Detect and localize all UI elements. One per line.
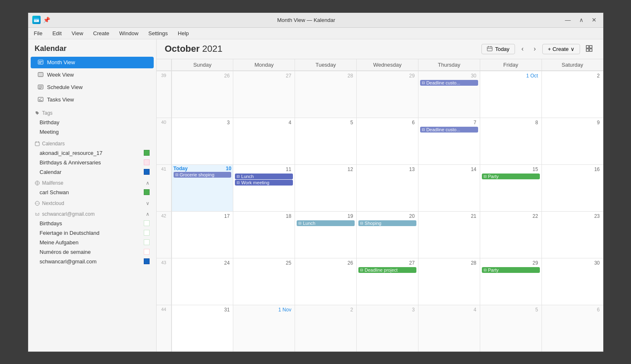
day-cell-oct15[interactable]: 15 ⊟ Party <box>480 165 542 211</box>
sidebar-item-month-view[interactable]: Month View <box>31 57 154 68</box>
day-cell-oct20[interactable]: 20 ⊟ Shoping <box>356 212 418 258</box>
calendar-meine-aufgaben[interactable]: Meine Aufgaben <box>28 238 156 247</box>
day-cell-oct18[interactable]: 18 <box>233 212 295 258</box>
day-cell-sep28[interactable]: 28 <box>295 71 356 118</box>
event-party-oct15[interactable]: ⊟ Party <box>482 174 540 179</box>
create-label: + Create <box>548 46 568 52</box>
menu-window[interactable]: Window <box>118 29 140 37</box>
week-view-icon <box>37 72 44 78</box>
day-cell-sep26[interactable]: 26 <box>172 71 233 118</box>
day-cell-oct16[interactable]: 16 <box>542 165 603 211</box>
menu-file[interactable]: File <box>32 29 44 37</box>
day-cell-sep29[interactable]: 29 <box>356 71 418 118</box>
day-cell-oct5[interactable]: 5 <box>295 118 356 164</box>
menu-create[interactable]: Create <box>92 29 111 37</box>
week-num-41: 41 <box>157 165 172 211</box>
day-cell-oct10[interactable]: Today 10 ⊟ Grocerie shoping <box>172 165 233 211</box>
day-cell-oct13[interactable]: 13 <box>356 165 418 211</box>
event-grocerie[interactable]: ⊟ Grocerie shoping <box>174 172 232 178</box>
calendar-carl-schwan[interactable]: carl Schwan <box>28 188 156 197</box>
day-cell-oct29[interactable]: 29 ⊟ Party <box>480 258 542 305</box>
day-cell-oct21[interactable]: 21 <box>418 212 480 258</box>
event-party-oct29[interactable]: ⊟ Party <box>482 267 540 273</box>
svg-rect-33 <box>586 49 589 51</box>
day-cell-oct22[interactable]: 22 <box>480 212 542 258</box>
day-cell-oct1[interactable]: 1 Oct <box>480 71 542 118</box>
close-button[interactable]: ✕ <box>589 16 599 24</box>
day-cell-oct12[interactable]: 12 <box>295 165 356 211</box>
calendar-schwancarl[interactable]: schwancarl@gmail.com <box>28 257 156 266</box>
day-cell-oct4[interactable]: 4 <box>233 118 295 164</box>
menu-view[interactable]: View <box>70 29 85 37</box>
day-cell-oct7[interactable]: 7 ⊟ Deadline custo... <box>418 118 480 164</box>
day-cell-nov3[interactable]: 3 <box>356 305 418 352</box>
day-cell-oct25[interactable]: 25 <box>233 258 295 305</box>
event-lunch-oct11[interactable]: ⊟ Lunch <box>235 174 293 179</box>
day-cell-sep30[interactable]: 30 ⊟ Deadline custo... <box>418 71 480 118</box>
menu-edit[interactable]: Edit <box>51 29 63 37</box>
svg-rect-34 <box>590 49 592 51</box>
event-shoping-oct20[interactable]: ⊟ Shoping <box>358 220 416 226</box>
view-toggle-button[interactable] <box>583 43 595 55</box>
create-button[interactable]: + Create ∨ <box>542 44 580 54</box>
year-label: 2021 <box>202 43 222 54</box>
day-cell-nov2[interactable]: 2 <box>295 305 356 352</box>
week-num-43: 43 <box>157 258 172 305</box>
day-cell-nov5[interactable]: 5 <box>480 305 542 352</box>
svg-rect-7 <box>41 61 42 62</box>
today-button[interactable]: Today <box>481 44 515 54</box>
nextcloud-collapse-button[interactable]: ∨ <box>146 200 150 206</box>
event-work-meeting[interactable]: ⊟ Work meeting <box>235 180 293 186</box>
sidebar-item-tasks-view[interactable]: Tasks View <box>31 94 154 106</box>
event-deadline-project[interactable]: ⊟ Deadline project <box>358 267 416 273</box>
calendar-birthdays[interactable]: Birthdays & Anniversaries <box>28 158 156 167</box>
day-cell-oct23[interactable]: 23 <box>542 212 603 258</box>
calendar-akonadi[interactable]: akonadi_ical_resource_17 <box>28 148 156 158</box>
day-cell-oct9[interactable]: 9 <box>542 118 603 164</box>
next-month-button[interactable]: › <box>530 43 539 54</box>
event-deadline-sep30[interactable]: ⊟ Deadline custo... <box>420 80 478 86</box>
day-cell-oct31[interactable]: 31 <box>172 305 233 352</box>
sidebar-item-schedule-view[interactable]: Schedule View <box>31 82 154 93</box>
menu-settings[interactable]: Settings <box>147 29 169 37</box>
schedule-view-icon <box>37 84 44 91</box>
day-cell-oct24[interactable]: 24 <box>172 258 233 305</box>
tag-birthday[interactable]: Birthday <box>28 118 156 127</box>
day-cell-oct6[interactable]: 6 <box>356 118 418 164</box>
day-cell-oct8[interactable]: 8 <box>480 118 542 164</box>
day-cell-oct2[interactable]: 2 <box>542 71 603 118</box>
day-cell-sep27[interactable]: 27 <box>233 71 295 118</box>
day-cell-oct19[interactable]: 19 ⊟ Lunch <box>295 212 356 258</box>
minimize-button[interactable]: — <box>563 16 573 24</box>
day-cell-nov4[interactable]: 4 <box>418 305 480 352</box>
prev-month-button[interactable]: ‹ <box>518 43 527 54</box>
day-cell-oct30[interactable]: 30 <box>542 258 603 305</box>
tag-meeting[interactable]: Meeting <box>28 127 156 137</box>
day-cell-nov6[interactable]: 6 <box>542 305 603 352</box>
week-row-41: 41 Today 10 ⊟ Grocerie shoping <box>157 164 603 211</box>
day-cell-oct27[interactable]: 27 ⊟ Deadline project <box>356 258 418 305</box>
day-cell-oct3[interactable]: 3 <box>172 118 233 164</box>
day-cell-oct14[interactable]: 14 <box>418 165 480 211</box>
svg-rect-32 <box>590 46 592 48</box>
sidebar-item-week-view[interactable]: Week View <box>31 69 154 81</box>
day-cell-oct17[interactable]: 17 <box>172 212 233 258</box>
titlebar-left: 📌 <box>32 16 50 24</box>
calendars-title: Calendars <box>35 141 150 147</box>
mailfense-collapse-button[interactable]: ∧ <box>146 180 150 186</box>
month-title: October 2021 <box>165 43 481 54</box>
calendar-birthdays-gmail[interactable]: Birthdays <box>28 219 156 228</box>
calendar-numeros[interactable]: Numéros de semaine <box>28 247 156 257</box>
day-cell-oct26[interactable]: 26 <box>295 258 356 305</box>
event-deadline-oct7[interactable]: ⊟ Deadline custo... <box>420 127 478 133</box>
calendar-feiertage[interactable]: Feiertage in Deutschland <box>28 228 156 238</box>
day-cell-oct11[interactable]: 11 ⊟ Lunch ⊟ Work meeting <box>233 165 295 211</box>
day-cell-oct28[interactable]: 28 <box>418 258 480 305</box>
maximize-button[interactable]: ∧ <box>577 16 586 24</box>
calendar-calendar[interactable]: Calendar <box>28 167 156 177</box>
calendar-content: October 2021 Today ‹ › + Create ∨ <box>157 39 603 352</box>
event-lunch-oct19[interactable]: ⊟ Lunch <box>297 220 355 226</box>
day-cell-nov1[interactable]: 1 Nov <box>233 305 295 352</box>
gmail-collapse-button[interactable]: ∧ <box>146 211 150 217</box>
menu-help[interactable]: Help <box>176 29 191 37</box>
